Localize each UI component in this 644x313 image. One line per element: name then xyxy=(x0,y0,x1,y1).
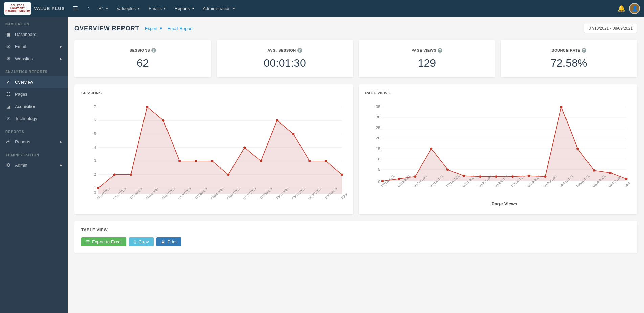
bounce-rate-value: 72.58% xyxy=(507,57,630,69)
copy-icon: ⎙ xyxy=(134,239,136,244)
nav-valueplus[interactable]: Valueplus ▼ xyxy=(113,4,144,13)
sidebar-item-admin[interactable]: ⚙ Admin ▶ xyxy=(0,159,68,171)
overview-icon: ✓ xyxy=(5,79,12,85)
copy-button[interactable]: ⎙ Copy xyxy=(129,237,153,246)
home-icon[interactable]: ⌂ xyxy=(84,4,92,13)
pages-icon: ☷ xyxy=(5,91,12,97)
page-views-info-icon[interactable]: ? xyxy=(438,48,442,53)
chevron-right-icon: ▶ xyxy=(60,57,62,61)
avg-session-info-icon[interactable]: ? xyxy=(297,48,302,53)
svg-point-68 xyxy=(397,178,400,180)
sidebar-pages-label: Pages xyxy=(15,92,27,97)
bounce-rate-info-icon[interactable]: ? xyxy=(582,48,586,53)
svg-point-75 xyxy=(511,175,514,178)
stat-cards: SESSIONS ? 62 AVG. SESSION ? 00:01:30 PA… xyxy=(74,40,637,77)
header-actions: Export ▼ Email Report xyxy=(145,26,193,31)
svg-point-69 xyxy=(414,175,416,178)
svg-text:3: 3 xyxy=(94,159,96,163)
svg-text:Page Views: Page Views xyxy=(491,202,517,206)
svg-text:20: 20 xyxy=(376,136,380,140)
page-views-chart-title: PAGE VIEWS xyxy=(365,91,631,95)
nav-reports[interactable]: Reports ▼ xyxy=(171,4,198,13)
svg-point-16 xyxy=(97,187,100,189)
nav-emails[interactable]: Emails ▼ xyxy=(145,4,170,13)
top-navigation: COLLEGE & UNIVERSITY REWARDS PROGRAM VAL… xyxy=(0,0,644,17)
charts-row: SESSIONS 7 6 5 xyxy=(74,84,637,214)
avg-session-card: AVG. SESSION ? 00:01:30 xyxy=(217,40,353,77)
nav-b1[interactable]: B1 ▼ xyxy=(95,4,112,13)
export-button[interactable]: Export ▼ xyxy=(145,26,163,31)
svg-point-22 xyxy=(195,160,197,162)
svg-marker-15 xyxy=(98,107,342,194)
svg-point-19 xyxy=(146,106,149,108)
sidebar: NAVIGATION ▣ Dashboard ✉ Email ▶ ☀ Websi… xyxy=(0,17,68,313)
top-menu: B1 ▼ Valueplus ▼ Emails ▼ Reports ▼ Admi… xyxy=(95,4,615,13)
print-button[interactable]: 🖶 Print xyxy=(156,237,181,246)
page-views-chart-card: PAGE VIEWS 35 30 xyxy=(359,84,638,214)
email-report-button[interactable]: Email Report xyxy=(167,26,193,31)
sidebar-item-websites[interactable]: ☀ Websites ▶ xyxy=(0,52,68,65)
main-content: OVERVIEW REPORT Export ▼ Email Report 07… xyxy=(68,17,644,313)
sessions-chart-container: 7 6 5 4 3 2 1 0 xyxy=(81,99,347,207)
table-actions: ☷ Export to Excel ⎙ Copy 🖶 Print xyxy=(81,237,630,246)
websites-icon: ☀ xyxy=(5,56,12,61)
avg-session-value: 00:01:30 xyxy=(223,57,347,69)
svg-point-28 xyxy=(292,133,295,135)
hamburger-menu[interactable]: ☰ xyxy=(70,3,81,14)
sidebar-overview-label: Overview xyxy=(15,80,33,85)
sidebar-item-reports[interactable]: ☍ Reports ▶ xyxy=(0,136,68,148)
svg-text:4: 4 xyxy=(94,145,96,150)
sessions-card: SESSIONS ? 62 xyxy=(74,40,211,77)
admin-section-label: ADMINISTRATION xyxy=(0,148,68,159)
copy-label: Copy xyxy=(138,239,149,244)
svg-point-20 xyxy=(162,119,165,121)
svg-text:25: 25 xyxy=(376,126,380,130)
dashboard-icon: ▣ xyxy=(5,31,12,37)
admin-icon: ⚙ xyxy=(5,162,12,168)
svg-point-72 xyxy=(462,175,465,177)
date-range[interactable]: 07/10/2021 - 08/09/2021 xyxy=(584,24,637,33)
svg-text:0: 0 xyxy=(94,191,96,195)
svg-text:2: 2 xyxy=(94,172,96,177)
sidebar-item-dashboard[interactable]: ▣ Dashboard xyxy=(0,28,68,40)
chevron-right-icon: ▶ xyxy=(60,140,62,144)
svg-point-31 xyxy=(341,173,343,176)
table-view-title: TABLE VIEW xyxy=(81,228,630,232)
page-header: OVERVIEW REPORT Export ▼ Email Report 07… xyxy=(74,24,637,33)
sessions-info-icon[interactable]: ? xyxy=(151,48,156,53)
export-excel-label: Export to Excel xyxy=(92,239,121,244)
svg-point-79 xyxy=(576,148,579,150)
sidebar-websites-label: Websites xyxy=(15,56,33,61)
export-excel-button[interactable]: ☷ Export to Excel xyxy=(81,237,126,246)
svg-point-18 xyxy=(130,173,132,176)
svg-point-76 xyxy=(527,175,530,177)
svg-point-30 xyxy=(325,160,327,162)
nav-section-label: NAVIGATION xyxy=(0,17,68,28)
svg-point-17 xyxy=(113,173,116,176)
svg-point-82 xyxy=(625,178,628,180)
svg-point-71 xyxy=(446,169,449,171)
svg-text:10: 10 xyxy=(376,157,380,161)
sidebar-admin-label: Admin xyxy=(15,163,27,168)
reports-icon: ☍ xyxy=(5,139,12,144)
notification-bell-icon[interactable]: 🔔 xyxy=(618,5,625,12)
user-avatar[interactable]: 👤 xyxy=(629,3,640,14)
svg-text:35: 35 xyxy=(376,105,380,109)
avg-session-label: AVG. SESSION ? xyxy=(223,48,347,53)
sidebar-item-acquisition[interactable]: ◢ Acquisition xyxy=(0,100,68,112)
sidebar-acquisition-label: Acquisition xyxy=(15,104,36,109)
nav-administration[interactable]: Administration ▼ xyxy=(199,4,239,13)
page-views-label: PAGE VIEWS ? xyxy=(365,48,489,53)
sidebar-item-email[interactable]: ✉ Email ▶ xyxy=(0,40,68,52)
sidebar-item-technology[interactable]: ⎘ Technology xyxy=(0,112,68,125)
sidebar-technology-label: Technology xyxy=(15,116,37,121)
svg-point-78 xyxy=(560,106,562,108)
reports-section-label: REPORTS xyxy=(0,125,68,136)
sidebar-item-overview[interactable]: ✓ Overview xyxy=(0,76,68,88)
table-view-card: TABLE VIEW ☷ Export to Excel ⎙ Copy 🖶 Pr… xyxy=(74,221,637,253)
sessions-value: 62 xyxy=(81,57,204,69)
sidebar-item-pages[interactable]: ☷ Pages xyxy=(0,88,68,100)
nav-right: 🔔 👤 xyxy=(618,3,640,14)
svg-point-26 xyxy=(260,160,262,162)
excel-icon: ☷ xyxy=(86,239,90,244)
